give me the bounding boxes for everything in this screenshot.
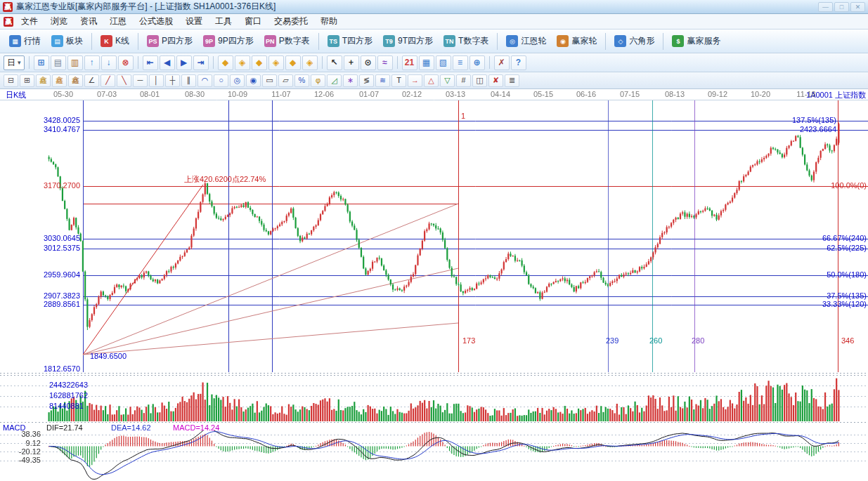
circle-tool-icon[interactable]: ○	[214, 74, 228, 87]
gann-cycle-icon[interactable]: ◈	[268, 55, 284, 70]
menu-item-9[interactable]: 交易委托	[268, 14, 314, 29]
close-button[interactable]: ✕	[850, 2, 865, 12]
text-tool-icon[interactable]: T	[391, 74, 406, 87]
message-icon[interactable]: ▥	[67, 55, 83, 70]
gann-fan-icon[interactable]: ◈	[235, 55, 250, 70]
star-ray-icon[interactable]: ∗	[343, 74, 358, 87]
toolbar-quotes-button[interactable]: ▦行情	[4, 32, 46, 50]
gold-square-icon[interactable]: 鑫	[36, 74, 51, 87]
toolbar-button-label: 9P四方形	[218, 35, 254, 47]
minimize-button[interactable]: —	[818, 2, 833, 12]
period-select[interactable]: 日▾	[4, 55, 25, 70]
menu-item-4[interactable]: 江恩	[103, 14, 133, 29]
toolbar-sectors-button[interactable]: ▤板块	[46, 32, 88, 50]
panel-layout-icon[interactable]: ▦	[419, 55, 434, 70]
wave-icon[interactable]: ≈	[377, 55, 393, 70]
toolbar-9t-square-button[interactable]: T99T四方形	[378, 32, 438, 50]
gold-circle-icon[interactable]: 鑫	[52, 74, 67, 87]
ellipse-tool-icon[interactable]: ◉	[246, 74, 261, 87]
toolbar-winner-service-button[interactable]: $赢家服务	[667, 32, 725, 50]
window-grid-icon[interactable]: ⊞	[34, 55, 49, 70]
grid-minus-icon[interactable]: ⊟	[4, 74, 18, 87]
gann-box-icon[interactable]: ◆	[252, 55, 267, 70]
help-icon[interactable]: ?	[511, 55, 526, 70]
toolbar-t-square-button[interactable]: TST四方形	[323, 32, 377, 50]
mark-up-icon[interactable]: △	[424, 74, 439, 87]
toolbar-p-table-button[interactable]: PNP数字表	[259, 32, 315, 50]
trend-down-line-icon[interactable]: ╲	[117, 74, 131, 87]
list-icon[interactable]: ≡	[453, 55, 468, 70]
calendar-21-icon[interactable]: 21	[402, 55, 417, 70]
menu-item-5[interactable]: 公式选股	[133, 14, 179, 29]
pointer-icon[interactable]: ↖	[327, 55, 342, 70]
angle-tool-icon[interactable]: ∠	[84, 74, 99, 87]
quotes-icon: ▦	[9, 35, 21, 47]
arrow-down-icon[interactable]: ↓	[101, 55, 117, 70]
draw-settings-icon[interactable]: ≣	[505, 74, 519, 87]
fib-retrace-icon[interactable]: ◿	[327, 74, 342, 87]
menu-item-1[interactable]: 文件	[15, 14, 44, 29]
toolbar-9p-square-button[interactable]: 9P9P四方形	[198, 32, 259, 50]
wave-count-icon[interactable]: ≋	[375, 74, 390, 87]
horizontal-line-icon[interactable]: ─	[133, 74, 148, 87]
box-tool-icon[interactable]: ▱	[278, 74, 293, 87]
arrow-up-icon[interactable]: ↑	[84, 55, 100, 70]
report-icon[interactable]: ▧	[436, 55, 451, 70]
mark-down-icon[interactable]: ▽	[440, 74, 455, 87]
window-controls: —□✕	[818, 2, 865, 12]
toolbar-button-label: 江恩轮	[521, 35, 546, 47]
nav-next-icon[interactable]: ▶	[176, 55, 192, 70]
gann-grid-icon[interactable]: ◈	[302, 55, 318, 70]
draw-toolbar: ⊟⊞鑫鑫鑫∠╱╲─│┼∥◠○◎◉▭▱%φ◿∗≶≋T→△▽#◫✘≣	[0, 72, 868, 89]
menu-item-2[interactable]: 浏览	[44, 14, 74, 29]
toolbar-separator	[605, 33, 606, 50]
menu-item-10[interactable]: 帮助	[314, 14, 344, 29]
arc-tool-icon[interactable]: ◠	[197, 74, 212, 87]
kline-chart-canvas[interactable]	[0, 89, 868, 481]
gold-fan-icon[interactable]: 鑫	[68, 74, 83, 87]
toolbar-separator	[322, 56, 323, 69]
rect-tool-icon[interactable]: ▭	[262, 74, 277, 87]
toolbar-separator	[497, 33, 498, 50]
menu-item-8[interactable]: 窗口	[238, 14, 268, 29]
toolbar-gann-wheel-button[interactable]: ◎江恩轮	[501, 32, 551, 50]
rings-tool-icon[interactable]: ◎	[230, 74, 245, 87]
parallel-line-icon[interactable]: ∥	[181, 74, 196, 87]
toolbar-t-table-button[interactable]: TNT数字表	[439, 32, 493, 50]
speed-line-icon[interactable]: ≶	[359, 74, 374, 87]
menu-item-3[interactable]: 资讯	[74, 14, 103, 29]
toolbar-hexagon-button[interactable]: ◇六角形	[609, 32, 659, 50]
compass-icon[interactable]: ⊕	[469, 55, 485, 70]
percent-tool-icon[interactable]: %	[294, 74, 309, 87]
title-bar: 赢 赢家江恩专业版[赢家内部服务平台] - [上证指数 SH1A0001-376…	[0, 0, 868, 14]
eraser-icon[interactable]: ◫	[472, 74, 487, 87]
nav-first-icon[interactable]: ⇤	[143, 55, 158, 70]
golden-ratio-icon[interactable]: φ	[311, 74, 325, 87]
toolbar-p-square-button[interactable]: PSP四方形	[142, 32, 197, 50]
quote-board-icon[interactable]: ▤	[51, 55, 66, 70]
toolbar-winner-wheel-button[interactable]: ◉赢家轮	[552, 32, 602, 50]
gann-square-icon[interactable]: ◆	[218, 55, 233, 70]
9p-square-icon: 9P	[203, 35, 215, 47]
p-table-icon: PN	[264, 35, 276, 47]
delete-icon[interactable]: ✗	[494, 55, 510, 70]
nav-prev-icon[interactable]: ◀	[160, 55, 175, 70]
menu-item-7[interactable]: 工具	[209, 14, 238, 29]
toolbar-button-label: T数字表	[458, 35, 488, 47]
gann-angle-icon[interactable]: ◆	[285, 55, 301, 70]
vertical-line-icon[interactable]: │	[149, 74, 164, 87]
cross-line-icon[interactable]: ┼	[165, 74, 180, 87]
arrow-tool-icon[interactable]: →	[408, 74, 422, 87]
nav-last-icon[interactable]: ⇥	[193, 55, 209, 70]
menu-item-6[interactable]: 设置	[179, 14, 209, 29]
trend-up-line-icon[interactable]: ╱	[101, 74, 115, 87]
chart-region: 日K线1A0001 上证指数05-3007-0308-0108-3010-091…	[0, 89, 868, 481]
delete-all-icon[interactable]: ✘	[488, 74, 503, 87]
toolbar-kline-button[interactable]: KK线	[96, 32, 134, 50]
lock-icon[interactable]: ⊗	[118, 55, 134, 70]
crosshair-icon[interactable]: +	[344, 55, 359, 70]
maximize-button[interactable]: □	[834, 2, 849, 12]
measure-icon[interactable]: #	[456, 74, 471, 87]
zoom-icon[interactable]: ⊙	[361, 55, 376, 70]
grid-plus-icon[interactable]: ⊞	[20, 74, 34, 87]
